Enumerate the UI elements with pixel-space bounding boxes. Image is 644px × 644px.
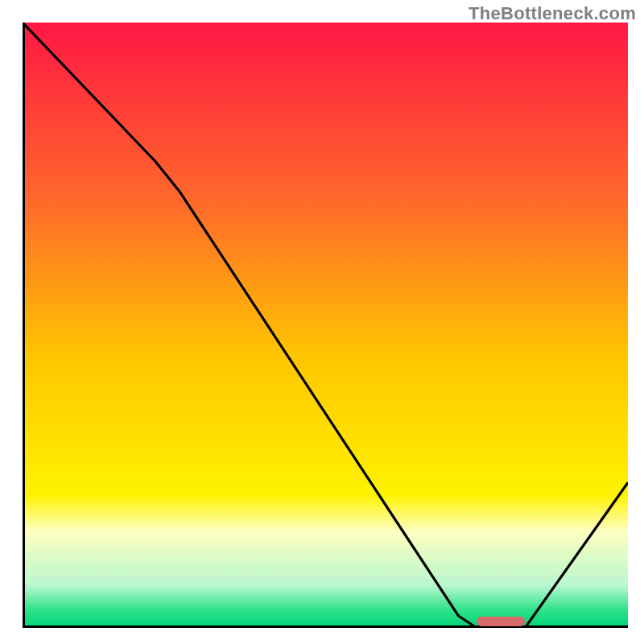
plot-background — [23, 23, 628, 628]
attribution-label: TheBottleneck.com — [469, 3, 636, 24]
optimal-range-marker — [477, 617, 525, 626]
chart-svg — [23, 23, 628, 628]
bottleneck-chart: TheBottleneck.com — [0, 0, 644, 644]
